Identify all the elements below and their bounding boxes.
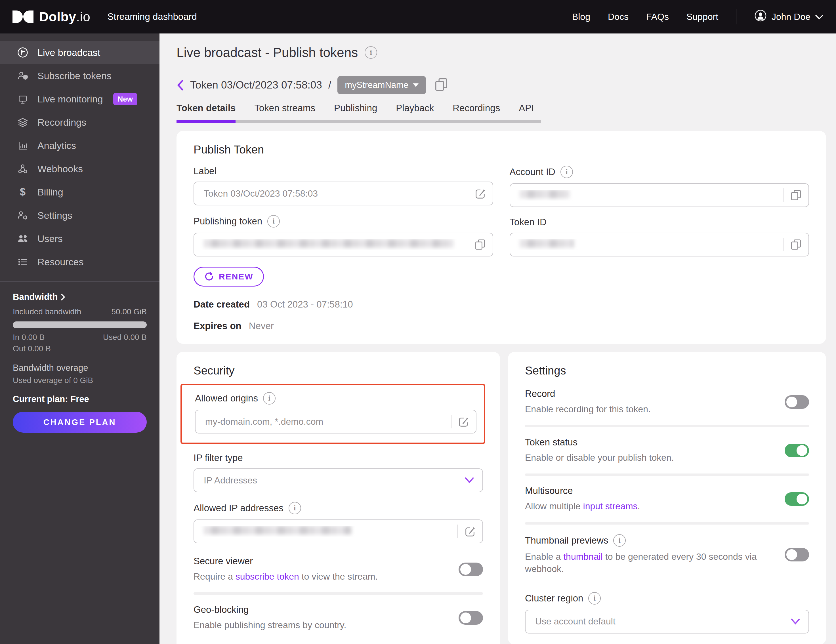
account-id-field: Account ID i bbox=[509, 166, 809, 207]
ip-filter-select[interactable]: IP Addresses bbox=[194, 468, 483, 492]
secure-viewer-title: Secure viewer bbox=[194, 556, 452, 567]
allowed-origins-label: Allowed origins bbox=[195, 393, 258, 404]
copy-token-id-icon[interactable] bbox=[784, 233, 808, 256]
token-status-row: Token status Enable or disable your publ… bbox=[525, 427, 809, 473]
tab-api[interactable]: API bbox=[519, 103, 534, 120]
top-nav: Blog Docs FAQs Support John Doe bbox=[572, 9, 823, 24]
allowed-origins-highlight: Allowed origins i my-domain.com, *.demo.… bbox=[180, 384, 485, 444]
sidebar-item-billing[interactable]: $ Billing bbox=[0, 181, 160, 204]
change-plan-button[interactable]: CHANGE PLAN bbox=[13, 412, 147, 433]
sidebar-item-settings[interactable]: Settings bbox=[0, 204, 160, 227]
bandwidth-panel: Bandwidth Included bandwidth 50.00 GiB I… bbox=[0, 282, 160, 433]
allowed-ip-label: Allowed IP addresses bbox=[194, 503, 284, 514]
page-title-info-icon[interactable]: i bbox=[365, 46, 377, 59]
bandwidth-title[interactable]: Bandwidth bbox=[13, 292, 147, 302]
account-id-input[interactable] bbox=[509, 183, 809, 207]
sidebar-nav: Live broadcast Subscribe tokens Live mon… bbox=[0, 33, 160, 274]
copy-stream-name-icon[interactable] bbox=[434, 77, 449, 93]
stream-name-pill[interactable]: myStreamName bbox=[337, 76, 426, 94]
edit-allowed-ip-icon[interactable] bbox=[457, 520, 482, 543]
copy-publishing-token-icon[interactable] bbox=[468, 233, 493, 256]
thumbnail-info-icon[interactable]: i bbox=[613, 534, 626, 547]
allowed-origins-input[interactable]: my-domain.com, *.demo.com bbox=[195, 410, 477, 434]
multisource-toggle[interactable] bbox=[785, 492, 809, 506]
record-row: Record Enable recording for this token. bbox=[525, 377, 809, 425]
sidebar-item-live-monitoring[interactable]: Live monitoring New bbox=[0, 87, 160, 111]
dolby-brand[interactable]: Dolby.io bbox=[13, 9, 90, 24]
publishing-token-value-redacted bbox=[194, 239, 468, 250]
webhooks-icon bbox=[16, 163, 29, 175]
thumbnail-previews-toggle[interactable] bbox=[785, 548, 809, 561]
tab-token-streams[interactable]: Token streams bbox=[254, 103, 315, 120]
nav-link-faqs[interactable]: FAQs bbox=[646, 11, 669, 22]
allowed-ip-info-icon[interactable]: i bbox=[289, 502, 301, 514]
edit-allowed-origins-icon[interactable] bbox=[451, 410, 476, 433]
settings-heading: Settings bbox=[525, 364, 809, 377]
cluster-region-select[interactable]: Use account default bbox=[525, 610, 809, 634]
cluster-region-field: Cluster region i Use account default bbox=[525, 592, 809, 634]
sidebar-item-resources[interactable]: Resources bbox=[0, 250, 160, 274]
settings-icon bbox=[16, 209, 29, 222]
sidebar-item-webhooks[interactable]: Webhooks bbox=[0, 157, 160, 181]
chevron-down-icon bbox=[465, 477, 482, 483]
sidebar-item-subscribe-tokens[interactable]: Subscribe tokens bbox=[0, 64, 160, 87]
breadcrumb-token-label[interactable]: Token 03/Oct/2023 07:58:03 bbox=[190, 79, 322, 91]
sidebar-item-recordings[interactable]: Recordings bbox=[0, 111, 160, 134]
publishing-token-input[interactable] bbox=[194, 233, 493, 256]
expires-on-label: Expires on bbox=[194, 321, 242, 331]
chevron-left-icon[interactable] bbox=[176, 80, 184, 91]
sidebar-item-analytics[interactable]: Analytics bbox=[0, 134, 160, 157]
secure-viewer-row: Secure viewer Require a subscribe token … bbox=[194, 543, 483, 592]
breadcrumb-separator: / bbox=[328, 79, 331, 91]
sidebar-item-label: Settings bbox=[38, 210, 72, 221]
publishing-token-info-icon[interactable]: i bbox=[267, 215, 280, 228]
user-name: John Doe bbox=[772, 11, 810, 22]
tab-playback[interactable]: Playback bbox=[396, 103, 434, 120]
sidebar-item-label: Analytics bbox=[38, 140, 76, 151]
subscribe-token-link[interactable]: subscribe token bbox=[235, 571, 299, 582]
bandwidth-out: Out 0.00 B bbox=[13, 344, 147, 353]
allowed-ip-input[interactable] bbox=[194, 520, 483, 543]
toggle-knob bbox=[460, 564, 471, 575]
date-created-value: 03 Oct 2023 - 07:58:10 bbox=[257, 299, 353, 310]
tab-token-details[interactable]: Token details bbox=[176, 103, 235, 120]
nav-link-docs[interactable]: Docs bbox=[608, 11, 629, 22]
account-id-info-icon[interactable]: i bbox=[560, 166, 573, 178]
sidebar-item-users[interactable]: Users bbox=[0, 227, 160, 250]
label-input[interactable]: Token 03/Oct/2023 07:58:03 bbox=[194, 182, 493, 205]
toggle-knob bbox=[797, 445, 807, 456]
toggle-knob bbox=[786, 396, 797, 408]
row-divider bbox=[525, 522, 809, 525]
thumbnail-link[interactable]: thumbnail bbox=[563, 551, 603, 562]
tab-publishing[interactable]: Publishing bbox=[334, 103, 377, 120]
nav-link-support[interactable]: Support bbox=[686, 11, 718, 22]
nav-link-blog[interactable]: Blog bbox=[572, 11, 590, 22]
tab-recordings[interactable]: Recordings bbox=[452, 103, 500, 120]
edit-label-icon[interactable] bbox=[468, 182, 493, 205]
sidebar-item-live-broadcast[interactable]: Live broadcast bbox=[0, 41, 160, 64]
renew-icon bbox=[204, 272, 214, 282]
caret-down-icon bbox=[413, 83, 418, 87]
ip-filter-label: IP filter type bbox=[194, 453, 243, 463]
toggle-knob bbox=[786, 549, 797, 560]
publishing-token-field: Publishing token i bbox=[194, 215, 493, 256]
chevron-right-icon bbox=[60, 293, 65, 301]
input-streams-link[interactable]: input streams bbox=[583, 501, 638, 511]
secure-viewer-toggle[interactable] bbox=[459, 562, 483, 576]
record-toggle[interactable] bbox=[785, 395, 809, 409]
allowed-origins-info-icon[interactable]: i bbox=[263, 392, 276, 404]
product-name: Streaming dashboard bbox=[107, 11, 197, 22]
label-field-label: Label bbox=[194, 166, 217, 176]
thumbnail-previews-desc: Enable a thumbnail to be generated every… bbox=[525, 551, 778, 575]
bandwidth-overage-title: Bandwidth overage bbox=[13, 363, 147, 373]
token-status-toggle[interactable] bbox=[785, 444, 809, 457]
current-plan: Current plan: Free bbox=[13, 394, 147, 404]
token-id-input[interactable] bbox=[509, 233, 809, 256]
cluster-region-info-icon[interactable]: i bbox=[588, 592, 601, 605]
renew-button[interactable]: RENEW bbox=[194, 267, 264, 287]
user-menu[interactable]: John Doe bbox=[754, 9, 823, 24]
geo-blocking-title: Geo-blocking bbox=[194, 604, 452, 615]
geo-blocking-toggle[interactable] bbox=[459, 611, 483, 625]
copy-account-id-icon[interactable] bbox=[784, 184, 808, 207]
row-divider bbox=[194, 592, 483, 595]
